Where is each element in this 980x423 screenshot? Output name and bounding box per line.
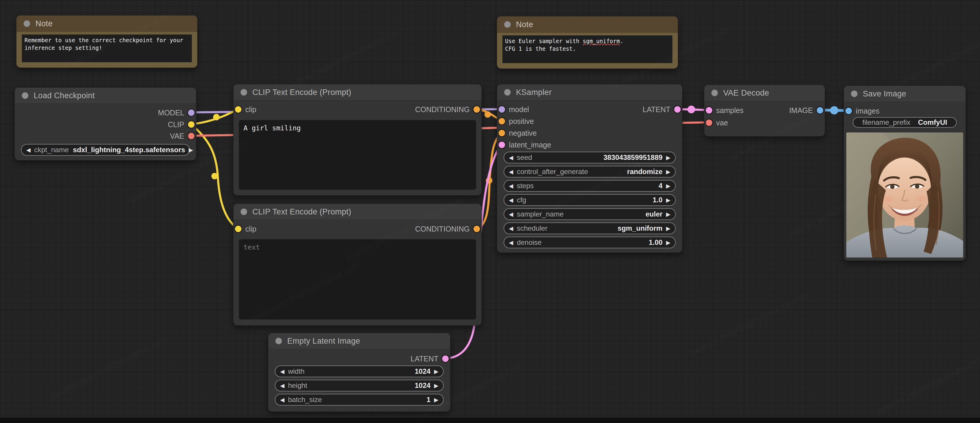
collapse-dot-icon[interactable] xyxy=(504,21,511,28)
latent-image-input-dot[interactable] xyxy=(499,142,505,148)
prompt-textarea-placeholder[interactable]: text xyxy=(239,239,476,320)
load-checkpoint-node[interactable]: Load Checkpoint MODEL CLIP VAE ◀ ckpt_na… xyxy=(14,87,196,160)
increment-arrow-icon[interactable]: ▶ xyxy=(666,155,670,160)
vae-output-dot[interactable] xyxy=(188,133,194,139)
decrement-arrow-icon[interactable]: ◀ xyxy=(280,369,285,374)
output-slot-latent[interactable]: LATENT xyxy=(643,105,681,114)
input-slot-positive[interactable]: positive xyxy=(499,117,534,126)
cfg-widget[interactable]: ◀ cfg 1.0 ▶ xyxy=(504,194,676,206)
input-slot-clip[interactable]: clip xyxy=(235,105,256,114)
decrement-arrow-icon[interactable]: ◀ xyxy=(509,211,513,217)
decrement-arrow-icon[interactable]: ◀ xyxy=(26,147,31,153)
decrement-arrow-icon[interactable]: ◀ xyxy=(509,169,513,174)
save-image-node[interactable]: Save Image images filename_prefix ComfyU… xyxy=(844,86,966,261)
image-output-dot[interactable] xyxy=(817,107,823,114)
empty-latent-image-node[interactable]: Empty Latent Image LATENT ◀ width 1024 ▶… xyxy=(268,333,450,412)
decrement-arrow-icon[interactable]: ◀ xyxy=(280,397,285,402)
denoise-widget[interactable]: ◀ denoise 1.00 ▶ xyxy=(504,236,676,249)
collapse-dot-icon[interactable] xyxy=(275,338,282,344)
output-slot-image[interactable]: IMAGE xyxy=(789,106,823,115)
empty-latent-titlebar[interactable]: Empty Latent Image xyxy=(268,333,450,349)
collapse-dot-icon[interactable] xyxy=(24,21,30,27)
output-slot-clip[interactable]: CLIP xyxy=(168,120,194,129)
note-text[interactable]: Remember to use the correct checkpoint f… xyxy=(22,35,192,62)
output-slot-conditioning[interactable]: CONDITIONING xyxy=(415,105,480,114)
increment-arrow-icon[interactable]: ▶ xyxy=(189,147,193,153)
decrement-arrow-icon[interactable]: ◀ xyxy=(509,155,513,160)
vae-decode-node[interactable]: VAE Decode samples vae IMAGE xyxy=(704,85,825,136)
scheduler-widget[interactable]: ◀ scheduler sgm_uniform ▶ xyxy=(504,222,676,234)
conditioning-output-dot[interactable] xyxy=(474,106,480,112)
link-dot-clip-bottom[interactable] xyxy=(212,173,218,179)
output-slot-conditioning[interactable]: CONDITIONING xyxy=(415,225,480,233)
increment-arrow-icon[interactable]: ▶ xyxy=(434,397,438,402)
decrement-arrow-icon[interactable]: ◀ xyxy=(280,383,285,388)
link-dot-samples[interactable] xyxy=(687,106,695,113)
control-after-generate-widget[interactable]: ◀ control_after_generate randomize ▶ xyxy=(504,166,676,177)
latent-output-dot[interactable] xyxy=(442,355,449,362)
seed-widget[interactable]: ◀ seed 383043859951889 ▶ xyxy=(504,152,676,163)
input-slot-clip[interactable]: clip xyxy=(235,225,256,233)
decrement-arrow-icon[interactable]: ◀ xyxy=(509,226,513,231)
steps-widget[interactable]: ◀ steps 4 ▶ xyxy=(504,180,676,192)
increment-arrow-icon[interactable]: ▶ xyxy=(666,197,670,203)
save-image-titlebar[interactable]: Save Image xyxy=(844,86,966,102)
ksampler-titlebar[interactable]: KSampler xyxy=(497,84,682,101)
input-slot-model[interactable]: model xyxy=(499,105,529,114)
output-slot-vae[interactable]: VAE xyxy=(170,131,194,140)
clip-text-encode-positive-node[interactable]: CLIP Text Encode (Prompt) clip CONDITION… xyxy=(233,84,482,196)
clip-text-encode-negative-node[interactable]: CLIP Text Encode (Prompt) clip CONDITION… xyxy=(233,204,482,326)
clip-encode-negative-titlebar[interactable]: CLIP Text Encode (Prompt) xyxy=(234,204,481,220)
collapse-dot-icon[interactable] xyxy=(240,89,247,95)
output-slot-model[interactable]: MODEL xyxy=(158,108,194,117)
clip-encode-positive-titlebar[interactable]: CLIP Text Encode (Prompt) xyxy=(234,84,481,101)
clip-input-dot[interactable] xyxy=(235,226,242,232)
increment-arrow-icon[interactable]: ▶ xyxy=(666,226,670,231)
vae-input-dot[interactable] xyxy=(706,119,712,126)
sampler-name-widget[interactable]: ◀ sampler_name euler ▶ xyxy=(504,208,676,220)
note-text[interactable]: Use Euler sampler with sgm_uniform. CFG … xyxy=(503,35,673,63)
increment-arrow-icon[interactable]: ▶ xyxy=(666,211,670,217)
collapse-dot-icon[interactable] xyxy=(240,209,247,215)
input-slot-samples[interactable]: samples xyxy=(706,106,744,115)
batch-size-widget[interactable]: ◀ batch_size 1 ▶ xyxy=(275,394,444,406)
load-checkpoint-titlebar[interactable]: Load Checkpoint xyxy=(15,88,196,104)
decrement-arrow-icon[interactable]: ◀ xyxy=(509,183,513,189)
positive-input-dot[interactable] xyxy=(499,118,505,125)
link-dot-clip-top[interactable] xyxy=(213,114,220,120)
collapse-dot-icon[interactable] xyxy=(851,90,858,97)
ckpt-name-widget[interactable]: ◀ ckpt_name sdxl_lightning_4step.safeten… xyxy=(21,144,190,156)
latent-output-dot[interactable] xyxy=(674,106,681,112)
filename-prefix-widget[interactable]: filename_prefix ComfyUI xyxy=(853,117,957,128)
increment-arrow-icon[interactable]: ▶ xyxy=(666,183,670,189)
note-node-1[interactable]: Note Remember to use the correct checkpo… xyxy=(16,15,197,68)
samples-input-dot[interactable] xyxy=(706,107,712,114)
increment-arrow-icon[interactable]: ▶ xyxy=(666,169,670,174)
prompt-textarea[interactable]: A girl smiling xyxy=(239,120,476,190)
collapse-dot-icon[interactable] xyxy=(22,92,28,99)
link-dot-image[interactable] xyxy=(830,106,838,114)
clip-output-dot[interactable] xyxy=(188,121,194,128)
decrement-arrow-icon[interactable]: ◀ xyxy=(509,197,513,203)
ksampler-node[interactable]: KSampler model positive negative latent_… xyxy=(497,84,682,253)
note-node-2[interactable]: Note Use Euler sampler with sgm_uniform.… xyxy=(497,16,678,69)
output-slot-latent[interactable]: LATENT xyxy=(410,354,449,363)
height-widget[interactable]: ◀ height 1024 ▶ xyxy=(275,380,444,391)
collapse-dot-icon[interactable] xyxy=(711,90,718,96)
vae-decode-titlebar[interactable]: VAE Decode xyxy=(704,85,825,101)
note-1-titlebar[interactable]: Note xyxy=(16,16,197,32)
input-slot-images[interactable]: images xyxy=(845,106,880,115)
generated-image-preview[interactable] xyxy=(846,132,963,258)
model-output-dot[interactable] xyxy=(188,109,194,116)
input-slot-negative[interactable]: negative xyxy=(499,128,537,138)
images-input-dot[interactable] xyxy=(845,108,852,114)
collapse-dot-icon[interactable] xyxy=(504,89,511,95)
note-2-titlebar[interactable]: Note xyxy=(497,16,678,33)
increment-arrow-icon[interactable]: ▶ xyxy=(434,369,438,374)
negative-input-dot[interactable] xyxy=(499,130,505,136)
input-slot-vae[interactable]: vae xyxy=(706,118,728,127)
input-slot-latent-image[interactable]: latent_image xyxy=(499,140,551,149)
width-widget[interactable]: ◀ width 1024 ▶ xyxy=(275,366,444,377)
increment-arrow-icon[interactable]: ▶ xyxy=(666,240,670,246)
model-input-dot[interactable] xyxy=(499,106,505,112)
